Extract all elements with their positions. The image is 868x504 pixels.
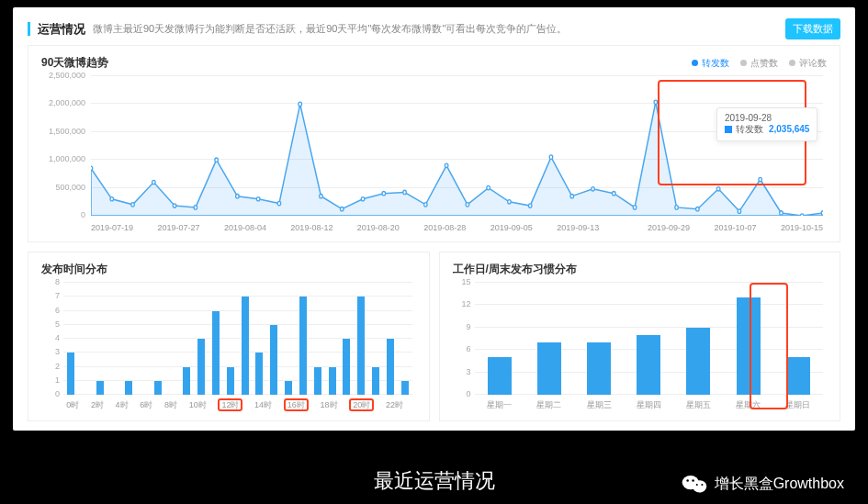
- bar[interactable]: [343, 339, 350, 395]
- svg-point-39: [692, 479, 694, 482]
- svg-point-7: [236, 195, 240, 198]
- svg-point-0: [91, 166, 93, 170]
- svg-point-13: [361, 197, 365, 201]
- legend-repost[interactable]: 转发数: [692, 57, 729, 70]
- bar[interactable]: [183, 367, 190, 396]
- bar[interactable]: [387, 339, 394, 395]
- bar[interactable]: [125, 381, 132, 395]
- svg-point-35: [821, 211, 823, 215]
- bar[interactable]: [488, 357, 512, 395]
- footer: 最近运营情况 增长黑盒Growthbox: [0, 467, 868, 495]
- svg-point-6: [215, 158, 219, 162]
- bar[interactable]: [329, 367, 336, 396]
- trend-tooltip: 2019-09-28 转发数2,035,645: [716, 107, 818, 141]
- hourly-panel: 发布时间分布 012345678 0时2时4时6时8时10时12时14时16时1…: [28, 252, 430, 421]
- svg-point-2: [131, 203, 135, 207]
- bar[interactable]: [372, 367, 379, 396]
- bar[interactable]: [197, 339, 205, 395]
- weekly-highlight-box: [750, 283, 788, 409]
- bar[interactable]: [637, 335, 660, 395]
- svg-point-21: [528, 204, 532, 207]
- bar[interactable]: [285, 381, 292, 395]
- svg-point-34: [800, 214, 804, 216]
- svg-point-5: [194, 206, 197, 209]
- svg-point-23: [570, 195, 574, 198]
- svg-point-22: [549, 155, 553, 159]
- weekly-title: 工作日/周末发布习惯分布: [453, 262, 577, 277]
- svg-point-40: [695, 484, 697, 486]
- svg-point-14: [382, 191, 386, 195]
- wechat-icon: [682, 473, 707, 495]
- page-title: 运营情况: [38, 21, 85, 38]
- header: 运营情况 微博主最近90天发微博行为能判断是否还活跃，最近90天平均"每次发布微…: [28, 18, 840, 45]
- bar[interactable]: [357, 297, 365, 395]
- bar[interactable]: [299, 297, 307, 395]
- svg-point-12: [341, 207, 344, 211]
- svg-point-18: [466, 203, 469, 207]
- trend-title: 90天微博趋势: [41, 55, 108, 71]
- bar[interactable]: [96, 381, 104, 395]
- bar[interactable]: [255, 353, 263, 395]
- dashboard: 运营情况 微博主最近90天发微博行为能判断是否还活跃，最近90天平均"每次发布微…: [13, 7, 855, 431]
- legend-comment[interactable]: 评论数: [789, 57, 827, 70]
- bar[interactable]: [537, 342, 561, 395]
- svg-point-10: [299, 102, 302, 106]
- trend-chart[interactable]: 0500,0001,000,0001,500,0002,000,0002,500…: [41, 76, 827, 232]
- bar[interactable]: [227, 367, 234, 396]
- weekly-panel: 工作日/周末发布习惯分布 03691215 星期一星期二星期三星期四星期五星期六…: [439, 252, 841, 421]
- bar[interactable]: [270, 325, 277, 395]
- svg-point-37: [693, 480, 706, 492]
- svg-point-3: [152, 180, 156, 184]
- svg-point-9: [277, 201, 281, 205]
- trend-legend: 转发数 点赞数 评论数: [692, 57, 827, 70]
- download-button[interactable]: 下载数据: [785, 18, 840, 39]
- svg-point-29: [696, 207, 700, 211]
- trend-panel: 90天微博趋势 转发数 点赞数 评论数 0500,0001,000,0001,5…: [28, 45, 840, 242]
- svg-point-16: [424, 203, 428, 207]
- svg-point-15: [403, 190, 407, 194]
- hourly-chart[interactable]: 012345678 0时2时4时6时8时10时12时14时16时18时20时22…: [41, 283, 416, 411]
- bar[interactable]: [242, 297, 249, 395]
- bar[interactable]: [401, 381, 409, 395]
- hourly-title: 发布时间分布: [41, 262, 107, 277]
- svg-point-19: [487, 185, 490, 189]
- weekly-chart[interactable]: 03691215 星期一星期二星期三星期四星期五星期六星期日: [453, 283, 828, 411]
- bar[interactable]: [786, 357, 810, 395]
- bar[interactable]: [587, 342, 611, 395]
- page-subtitle: 微博主最近90天发微博行为能判断是否还活跃，最近90天平均"每次发布微博数"可看…: [93, 22, 567, 36]
- brand: 增长黑盒Growthbox: [682, 473, 844, 495]
- svg-point-31: [738, 209, 741, 213]
- legend-like[interactable]: 点赞数: [740, 57, 778, 70]
- bar[interactable]: [686, 328, 710, 395]
- svg-point-41: [701, 484, 703, 486]
- svg-point-24: [592, 187, 595, 191]
- svg-point-38: [686, 479, 689, 482]
- svg-point-1: [110, 197, 114, 201]
- svg-point-33: [780, 211, 783, 215]
- svg-point-11: [320, 195, 323, 198]
- brand-text: 增长黑盒Growthbox: [715, 475, 844, 494]
- svg-point-17: [445, 163, 448, 167]
- svg-point-4: [173, 204, 176, 207]
- bar[interactable]: [154, 381, 162, 395]
- accent-bar: [28, 22, 30, 36]
- svg-point-8: [256, 197, 260, 201]
- svg-point-20: [508, 200, 512, 204]
- bar[interactable]: [67, 353, 74, 395]
- svg-point-25: [613, 191, 616, 195]
- bar[interactable]: [314, 367, 321, 396]
- svg-point-30: [716, 187, 720, 191]
- svg-point-26: [633, 206, 637, 209]
- bar[interactable]: [212, 311, 220, 396]
- svg-point-28: [675, 206, 679, 209]
